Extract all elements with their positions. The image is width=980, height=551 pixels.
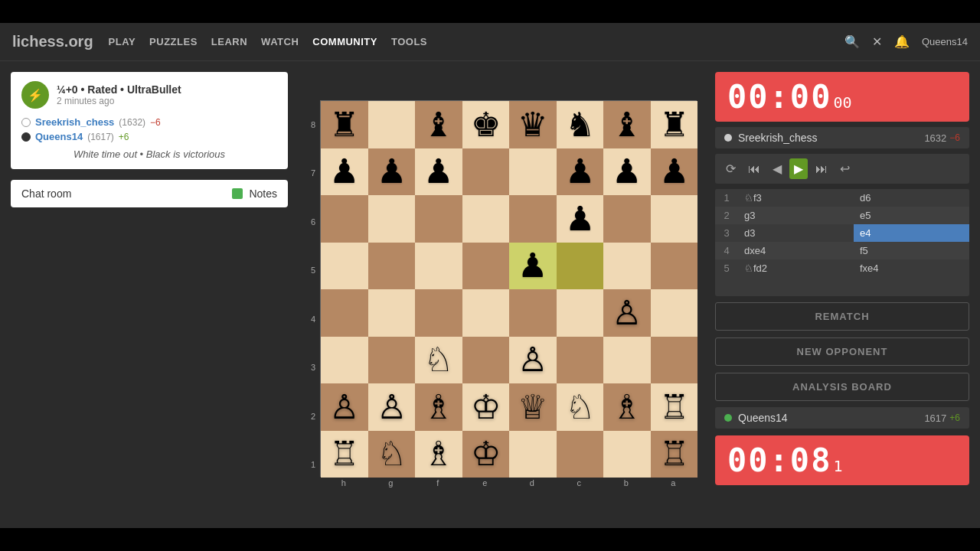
nav-puzzles[interactable]: PUZZLES: [149, 33, 198, 51]
square-d7[interactable]: [509, 148, 557, 196]
last-move-btn[interactable]: ⏭: [811, 159, 832, 179]
square-b8[interactable]: ♝: [603, 101, 651, 148]
square-d4[interactable]: [509, 289, 557, 337]
square-e3[interactable]: [462, 337, 510, 384]
square-h5[interactable]: [321, 243, 368, 290]
move-2-white[interactable]: g3: [738, 207, 854, 224]
square-f7[interactable]: ♟: [415, 148, 462, 196]
black-player-name[interactable]: Queens14: [35, 131, 83, 142]
square-c7[interactable]: ♟: [557, 148, 604, 196]
square-e1[interactable]: ♔: [462, 431, 510, 478]
move-1-black[interactable]: d6: [854, 189, 969, 207]
square-c3[interactable]: [557, 337, 604, 384]
next-move-btn[interactable]: ▶: [789, 158, 808, 179]
square-b6[interactable]: [603, 195, 651, 243]
new-opponent-button[interactable]: NEW OPPONENT: [715, 337, 969, 366]
square-d3[interactable]: ♙: [509, 337, 557, 384]
nav-learn[interactable]: LEARN: [211, 33, 247, 51]
square-h8[interactable]: ♜: [321, 101, 368, 148]
square-c8[interactable]: ♞: [557, 101, 604, 148]
user-menu[interactable]: Queens14: [922, 36, 968, 47]
nav-watch[interactable]: WATCH: [261, 33, 299, 51]
move-4-white[interactable]: dxe4: [738, 242, 854, 259]
nav-community[interactable]: COMMUNITY: [312, 33, 377, 51]
bottom-player-name[interactable]: Queens14: [738, 412, 924, 424]
square-g7[interactable]: ♟: [368, 148, 416, 196]
top-player-name[interactable]: Sreekrish_chess: [738, 132, 924, 144]
square-f8[interactable]: ♝: [415, 101, 462, 148]
square-b4[interactable]: ♙: [603, 289, 651, 337]
square-a3[interactable]: [651, 337, 698, 384]
square-a1[interactable]: ♖: [651, 431, 698, 478]
square-e2[interactable]: ♔: [462, 383, 510, 431]
square-f2[interactable]: ♗: [415, 383, 462, 431]
close-icon[interactable]: ✕: [872, 34, 882, 49]
flip-board-btn[interactable]: ⟳: [721, 158, 740, 179]
square-d5[interactable]: ♟: [509, 243, 557, 290]
square-a2[interactable]: ♖: [651, 383, 698, 431]
square-a8[interactable]: ♜: [651, 101, 698, 148]
square-h2[interactable]: ♙: [321, 383, 368, 431]
move-4-black[interactable]: f5: [854, 242, 969, 259]
square-a7[interactable]: ♟: [651, 148, 698, 196]
prev-move-btn[interactable]: ◀: [768, 158, 786, 179]
square-d1[interactable]: [509, 431, 557, 478]
first-move-btn[interactable]: ⏮: [743, 159, 765, 179]
search-icon[interactable]: 🔍: [844, 34, 860, 49]
square-e5[interactable]: [462, 243, 510, 290]
square-b1[interactable]: [603, 431, 651, 478]
square-c2[interactable]: ♘: [557, 383, 604, 431]
site-logo[interactable]: lichess.org: [12, 33, 93, 51]
square-g2[interactable]: ♙: [368, 383, 416, 431]
move-3-white[interactable]: d3: [738, 224, 854, 242]
square-g6[interactable]: [368, 195, 416, 243]
square-b2[interactable]: ♗: [603, 383, 651, 431]
square-f4[interactable]: [415, 289, 462, 337]
nav-play[interactable]: PLAY: [109, 33, 136, 51]
square-a6[interactable]: [651, 195, 698, 243]
move-3-black[interactable]: e4: [854, 224, 969, 242]
square-h4[interactable]: [321, 289, 368, 337]
square-b3[interactable]: [603, 337, 651, 384]
square-g1[interactable]: ♘: [368, 431, 416, 478]
square-c5[interactable]: [557, 243, 604, 290]
square-c1[interactable]: [557, 431, 604, 478]
square-b5[interactable]: [603, 243, 651, 290]
rematch-button[interactable]: REMATCH: [715, 302, 969, 331]
move-1-white[interactable]: ♘f3: [738, 189, 854, 207]
square-d2[interactable]: ♕: [509, 383, 557, 431]
square-e4[interactable]: [462, 289, 510, 337]
square-c6[interactable]: ♟: [557, 195, 604, 243]
square-g3[interactable]: [368, 337, 416, 384]
square-h6[interactable]: [321, 195, 368, 243]
square-e8[interactable]: ♚: [462, 101, 510, 148]
square-h1[interactable]: ♖: [321, 431, 368, 478]
square-e6[interactable]: [462, 195, 510, 243]
square-e7[interactable]: [462, 148, 510, 196]
square-f1[interactable]: ♗: [415, 431, 462, 478]
square-d8[interactable]: ♛: [509, 101, 557, 148]
square-d6[interactable]: [509, 195, 557, 243]
square-h7[interactable]: ♟: [321, 148, 368, 196]
square-b7[interactable]: ♟: [603, 148, 651, 196]
square-f5[interactable]: [415, 243, 462, 290]
bell-icon[interactable]: 🔔: [894, 34, 910, 49]
move-5-black[interactable]: fxe4: [854, 259, 969, 277]
nav-tools[interactable]: TOOLS: [391, 33, 427, 51]
square-g4[interactable]: [368, 289, 416, 337]
move-5-white[interactable]: ♘fd2: [738, 259, 854, 277]
analysis-board-button[interactable]: ANALYSIS BOARD: [715, 373, 969, 401]
move-2-black[interactable]: e5: [854, 207, 969, 224]
square-a4[interactable]: [651, 289, 698, 337]
notes-label[interactable]: Notes: [249, 187, 277, 200]
square-a5[interactable]: [651, 243, 698, 290]
square-c4[interactable]: [557, 289, 604, 337]
undo-btn[interactable]: ↩: [835, 158, 854, 179]
square-h3[interactable]: [321, 337, 368, 384]
square-f3[interactable]: ♘: [415, 337, 462, 384]
square-g5[interactable]: [368, 243, 416, 290]
square-f6[interactable]: [415, 195, 462, 243]
chess-board[interactable]: ♜ ♝ ♚ ♛ ♞ ♝ ♜: [320, 100, 697, 477]
chat-label[interactable]: Chat room: [21, 187, 226, 200]
white-player-name[interactable]: Sreekrish_chess: [35, 116, 114, 128]
